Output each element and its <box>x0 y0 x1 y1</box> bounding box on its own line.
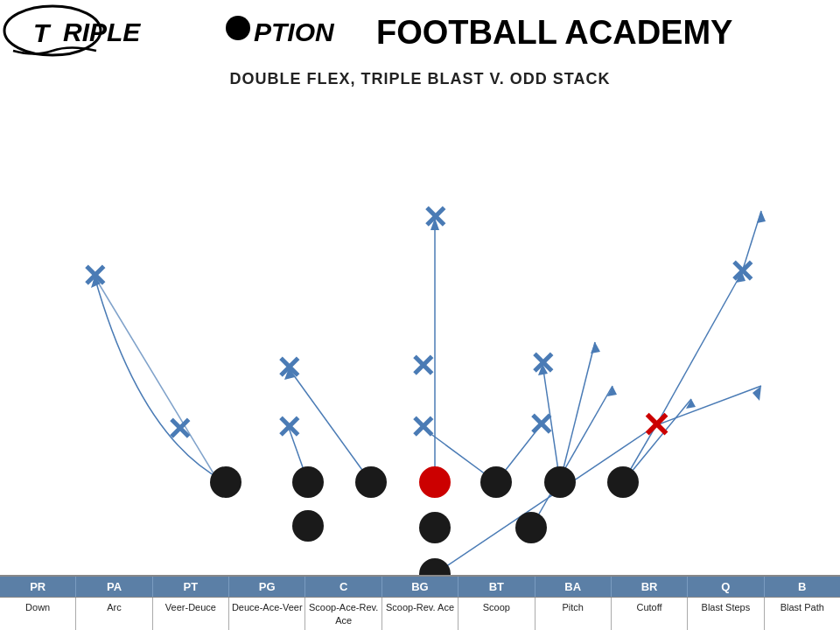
data-pg: Deuce-Ace-Veer <box>229 598 305 630</box>
svg-marker-23 <box>607 386 617 396</box>
col-header-pt: PT <box>153 577 229 597</box>
defense-mark-4: ✕ <box>276 353 302 384</box>
data-c: Scoop-Ace-Rev. Ace <box>305 598 382 630</box>
defense-mark-3: ✕ <box>729 256 755 288</box>
offense-circle-9 <box>419 512 451 543</box>
table-header-row: PR PA PT PG C BG BT BA BR Q B <box>0 577 840 598</box>
play-title: DOUBLE FLEX, TRIPLE BLAST V. ODD STACK <box>0 66 840 88</box>
logo-svg: T RIPLE PTION FOOTBALL ACADEMY <box>0 0 840 61</box>
col-header-bg: BG <box>382 577 458 597</box>
svg-marker-26 <box>752 386 761 401</box>
offense-circle-6 <box>544 466 576 498</box>
col-header-br: BR <box>612 577 688 597</box>
defense-mark-7: ✕ <box>166 414 192 445</box>
data-q: Blast Steps <box>688 598 764 630</box>
svg-marker-30 <box>757 211 766 223</box>
svg-line-6 <box>94 276 219 482</box>
col-header-q: Q <box>688 577 764 597</box>
svg-point-3 <box>226 16 250 40</box>
bottom-table: PR PA PT PG C BG BT BA BR Q B Down Arc V… <box>0 575 840 630</box>
svg-line-18 <box>656 272 742 425</box>
defense-mark-1: ✕ <box>81 261 108 292</box>
svg-line-27 <box>560 342 595 482</box>
offense-circle-10 <box>515 512 547 543</box>
svg-line-25 <box>656 386 761 425</box>
defense-mark-2: ✕ <box>422 202 448 234</box>
defense-mark-5: ✕ <box>410 351 436 382</box>
defense-mark-6: ✕ <box>529 348 556 380</box>
col-header-c: C <box>305 577 382 597</box>
col-header-ba: BA <box>536 577 612 597</box>
data-pa: Arc <box>76 598 152 630</box>
defense-mark-11: ✕ <box>641 408 671 443</box>
field: ✕ ✕ ✕ ✕ ✕ ✕ ✕ ✕ ✕ ✕ ✕ <box>0 88 840 578</box>
data-bt: Scoop <box>458 598 535 630</box>
data-bg: Scoop-Rev. Ace <box>382 598 458 630</box>
offense-circle-1 <box>210 466 242 498</box>
defense-mark-10: ✕ <box>528 410 554 441</box>
col-header-b: B <box>765 577 840 597</box>
offense-circle-8 <box>292 510 324 542</box>
data-ba: Pitch <box>536 598 612 630</box>
defense-mark-8: ✕ <box>276 412 302 444</box>
svg-marker-21 <box>686 399 696 409</box>
svg-text:T: T <box>33 18 52 47</box>
svg-text:RIPLE: RIPLE <box>63 18 141 46</box>
data-pt: Veer-Deuce <box>153 598 229 630</box>
offense-circle-3 <box>355 466 387 498</box>
col-header-bt: BT <box>458 577 535 597</box>
col-header-pg: PG <box>229 577 305 597</box>
offense-circle-2 <box>292 466 324 498</box>
header: T RIPLE PTION FOOTBALL ACADEMY <box>0 0 840 61</box>
svg-text:PTION: PTION <box>254 18 335 46</box>
defense-mark-9: ✕ <box>410 412 436 444</box>
offense-circle-5 <box>480 466 512 498</box>
svg-text:FOOTBALL ACADEMY: FOOTBALL ACADEMY <box>376 14 732 51</box>
svg-line-24 <box>435 425 656 574</box>
offense-circle-7 <box>607 466 639 498</box>
data-b: Blast Path <box>765 598 840 630</box>
field-svg <box>0 88 840 578</box>
col-header-pr: PR <box>0 577 76 597</box>
svg-marker-28 <box>591 342 600 354</box>
data-pr: Down <box>0 598 76 630</box>
col-header-pa: PA <box>76 577 152 597</box>
offense-circle-center <box>419 466 451 498</box>
table-data-row: Down Arc Veer-Deuce Deuce-Ace-Veer Scoop… <box>0 598 840 630</box>
data-br: Cutoff <box>612 598 688 630</box>
